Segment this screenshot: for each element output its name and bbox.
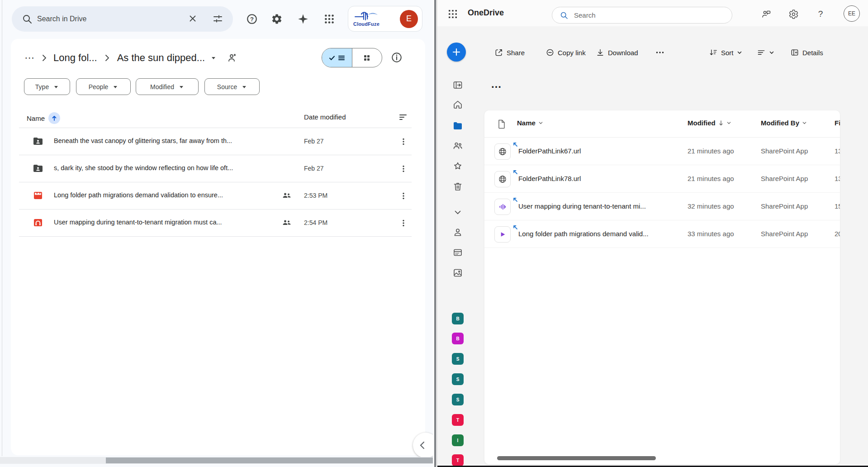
drive-account-avatar[interactable]: E [400,10,418,28]
vids-file-icon [33,190,43,201]
clear-search-icon[interactable] [188,14,198,24]
recycle-bin-icon[interactable] [452,181,463,192]
home-icon[interactable] [452,99,463,110]
file-date: 2:54 PM [304,219,327,226]
drive-table-header: Name Date modified [11,107,425,128]
filter-chip-modified[interactable]: Modified [136,78,199,95]
copy-link-button[interactable]: Copy link [545,46,586,59]
name-column-header[interactable]: Name [27,112,60,124]
grid-view-button[interactable] [352,48,382,67]
toolbar-overflow-button[interactable] [655,46,664,59]
list-view-button[interactable] [322,48,352,67]
file-modified: 33 minutes ago [688,230,734,238]
breadcrumb: ⋯ Long fol... As the sun dipped... [24,48,237,68]
name-column-header[interactable]: Name [517,119,543,127]
modified-column-header[interactable]: Modified [688,119,731,127]
drive-search-bar[interactable]: Search in Drive [12,6,233,32]
chevron-down-icon [113,84,118,90]
file-name: Beneath the vast canopy of glittering st… [54,137,232,144]
drive-file-row[interactable]: Beneath the vast canopy of glittering st… [19,128,412,155]
details-button[interactable]: Details [790,46,823,59]
chip-label: Modified [150,83,174,91]
sort-label: Sort [721,49,734,57]
file-modified-by: SharePoint App [761,202,808,210]
search-filters-icon[interactable] [212,14,223,24]
share-button[interactable]: Share [494,46,525,59]
photos-icon[interactable] [452,267,463,278]
drive-file-row[interactable]: Long folder path migrations demand valid… [19,182,412,210]
feedback-icon[interactable] [759,7,773,21]
more-actions-icon[interactable] [398,163,409,174]
breadcrumb-folder-current[interactable]: As the sun dipped... [117,52,205,64]
file-name: s, dark ity, she stood by the window ref… [54,164,233,172]
help-icon[interactable]: ? [243,10,261,28]
info-icon[interactable] [391,52,403,63]
file-name: FolderPathLink67.url [518,147,581,155]
horizontal-scrollbar-thumb[interactable] [497,456,656,460]
plus-icon [452,48,461,57]
settings-gear-icon[interactable] [268,10,286,28]
onedrive-app-title[interactable]: OneDrive [468,8,504,18]
chevron-down-icon[interactable] [452,207,463,218]
my-files-folder-icon[interactable] [452,120,463,131]
breadcrumb-overflow[interactable]: ⋯ [24,52,35,64]
filter-chip-type[interactable]: Type [24,78,70,95]
date-modified-column-header[interactable]: Date modified [304,113,346,121]
more-actions-icon[interactable] [398,191,409,201]
app-badge[interactable]: B [452,313,464,324]
more-actions-icon[interactable] [398,136,409,147]
google-apps-grid-icon[interactable] [320,10,338,28]
sort-button[interactable]: Sort [709,46,742,59]
new-item-button[interactable] [447,43,466,62]
onedrive-file-row[interactable]: Long folder path migrations demand valid… [484,220,840,248]
app-badge[interactable]: T [452,414,464,426]
onedrive-file-row[interactable]: FolderPathLink78.url 21 minutes ago Shar… [484,165,840,193]
app-badge[interactable]: S [452,373,464,385]
file-modified-by: SharePoint App [761,147,808,155]
onedrive-file-row[interactable]: FolderPathLink67.url 21 minutes ago Shar… [484,138,840,165]
onedrive-file-row[interactable]: User mapping during tenant-to-tenant mi.… [484,193,840,220]
app-badge[interactable]: S [452,353,464,365]
breadcrumb-folder-parent[interactable]: Long fol... [53,52,97,64]
chip-label: People [89,83,109,91]
filter-chip-source[interactable]: Source [204,78,260,95]
share-people-icon[interactable] [227,52,237,63]
sort-options-icon[interactable] [398,113,408,122]
meetings-calendar-icon[interactable] [452,247,463,258]
app-badge[interactable]: S [452,394,464,405]
onedrive-search-placeholder[interactable]: Search [574,11,596,19]
drive-file-row[interactable]: User mapping during tenant-to-tenant mig… [19,209,412,237]
gemini-sparkle-icon[interactable] [294,10,312,28]
chevron-down-icon [242,84,247,90]
app-launcher-waffle-icon[interactable] [446,7,460,21]
onedrive-suite-bar: OneDrive Search ? EE [437,0,868,26]
document-type-icon [497,119,506,129]
file-size-column-header[interactable]: Fil [835,119,840,127]
favorites-star-icon[interactable] [452,161,463,172]
folder-menu-caret-icon[interactable] [210,55,217,61]
shared-people-icon [282,219,291,226]
app-badge[interactable]: B [452,333,464,344]
help-icon[interactable]: ? [813,7,828,21]
app-badge[interactable]: T [452,454,464,466]
settings-gear-icon[interactable] [786,7,801,21]
download-button[interactable]: Download [596,46,638,59]
person-icon[interactable] [452,227,463,238]
link-icon [545,48,555,57]
sort-ascending-icon[interactable] [48,112,60,124]
horizontal-scrollbar-thumb[interactable] [106,457,433,463]
file-date: 2:53 PM [304,192,327,199]
app-badge[interactable]: I [452,434,464,446]
modified-by-column-header[interactable]: Modified By [761,119,807,127]
view-options-button[interactable] [757,46,774,59]
drive-file-row[interactable]: s, dark ity, she stood by the window ref… [19,155,412,182]
drive-search-placeholder[interactable]: Search in Drive [37,15,233,23]
open-panel-icon[interactable] [452,80,463,91]
onedrive-account-avatar[interactable]: EE [844,5,860,22]
chevron-right-icon [42,54,47,62]
breadcrumb-ellipsis[interactable]: … [491,78,502,91]
more-actions-icon[interactable] [398,218,409,229]
shared-people-icon[interactable] [452,140,463,151]
onedrive-search-box[interactable]: Search [552,7,732,24]
filter-chip-people[interactable]: People [76,78,131,95]
